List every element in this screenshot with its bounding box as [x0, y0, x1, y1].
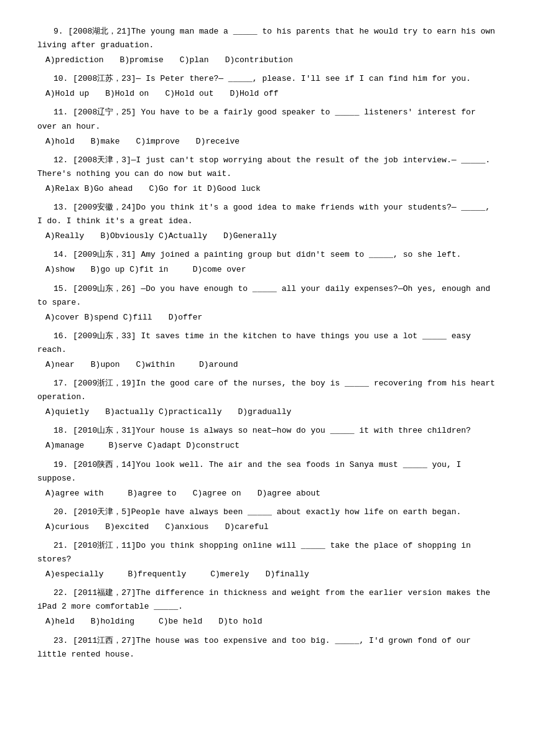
question-options-12: A)Relax B)Go ahead C)Go for it D)Good lu… — [45, 182, 498, 196]
question-options-11: A)hold B)make C)improve D)receive — [45, 135, 498, 149]
question-options-20: A)curious B)excited C)anxious D)careful — [45, 520, 498, 534]
question-text-20: 20. [2010天津，5]People have always been __… — [37, 505, 498, 519]
question-options-10: A)Hold up B)Hold on C)Hold out D)Hold of… — [45, 87, 498, 101]
question-block-13: 13. [2009安徽，24]Do you think it's a good … — [37, 201, 498, 243]
question-text-22: 22. [2011福建，27]The difference in thickne… — [37, 586, 498, 614]
question-block-18: 18. [2010山东，31]Your house is always so n… — [37, 424, 498, 453]
question-block-9: 9. [2008湖北，21]The young man made a _____… — [37, 25, 498, 67]
question-block-23: 23. [2011江西，27]The house was too expensi… — [37, 634, 498, 662]
question-block-21: 21. [2010浙江，11]Do you think shopping onl… — [37, 539, 498, 581]
question-text-14: 14. [2009山东，31] Amy joined a painting gr… — [37, 248, 498, 262]
question-options-21: A)especially B)frequently C)merely D)fin… — [45, 568, 498, 581]
question-text-10: 10. [2008江苏，23]— Is Peter there?— _____,… — [37, 72, 498, 86]
question-options-14: A)show B)go up C)fit in D)come over — [45, 263, 498, 277]
question-options-22: A)held B)holding C)be held D)to hold — [45, 615, 498, 629]
question-options-9: A)prediction B)promise C)plan D)contribu… — [45, 53, 498, 67]
question-block-10: 10. [2008江苏，23]— Is Peter there?— _____,… — [37, 72, 498, 101]
question-block-16: 16. [2009山东，33] It saves time in the kit… — [37, 330, 498, 372]
question-text-17: 17. [2009浙江，19]In the good care of the n… — [37, 377, 498, 404]
question-options-13: A)Really B)Obviously C)Actually D)Genera… — [45, 229, 498, 243]
question-block-20: 20. [2010天津，5]People have always been __… — [37, 505, 498, 534]
question-text-13: 13. [2009安徽，24]Do you think it's a good … — [37, 201, 498, 228]
question-text-16: 16. [2009山东，33] It saves time in the kit… — [37, 330, 498, 357]
question-options-18: A)manage B)serve C)adapt D)construct — [45, 439, 498, 453]
question-text-23: 23. [2011江西，27]The house was too expensi… — [37, 634, 498, 662]
question-block-22: 22. [2011福建，27]The difference in thickne… — [37, 586, 498, 629]
question-block-17: 17. [2009浙江，19]In the good care of the n… — [37, 377, 498, 419]
question-block-19: 19. [2010陕西，14]You look well. The air an… — [37, 458, 498, 500]
question-block-11: 11. [2008辽宁，25] You have to be a fairly … — [37, 106, 498, 148]
question-options-16: A)near B)upon C)within D)around — [45, 358, 498, 372]
question-text-9: 9. [2008湖北，21]The young man made a _____… — [37, 25, 498, 52]
question-options-15: A)cover B)spend C)fill D)offer — [45, 311, 498, 325]
question-text-18: 18. [2010山东，31]Your house is always so n… — [37, 424, 498, 438]
question-block-14: 14. [2009山东，31] Amy joined a painting gr… — [37, 248, 498, 277]
question-block-12: 12. [2008天津，3]—I just can't stop worryin… — [37, 154, 498, 196]
question-block-15: 15. [2009山东，26] —Do you have enough to _… — [37, 282, 498, 325]
question-text-15: 15. [2009山东，26] —Do you have enough to _… — [37, 282, 498, 310]
question-options-17: A)quietly B)actually C)practically D)gra… — [45, 405, 498, 419]
question-text-19: 19. [2010陕西，14]You look well. The air an… — [37, 458, 498, 486]
question-options-19: A)agree with B)agree to C)agree on D)agr… — [45, 487, 498, 500]
question-text-12: 12. [2008天津，3]—I just can't stop worryin… — [37, 154, 498, 181]
question-text-11: 11. [2008辽宁，25] You have to be a fairly … — [37, 106, 498, 133]
question-text-21: 21. [2010浙江，11]Do you think shopping onl… — [37, 539, 498, 566]
page-content: 9. [2008湖北，21]The young man made a _____… — [37, 25, 498, 662]
